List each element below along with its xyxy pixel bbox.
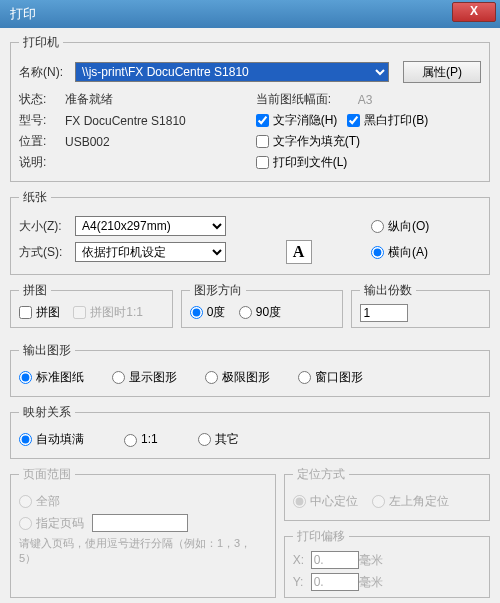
offset-x-unit: 毫米 [359,552,389,569]
orientation-icon: A [286,240,312,264]
where-value: USB002 [65,135,110,149]
tile-group: 拼图 拼图 拼图时1:1 [10,282,173,328]
tile-legend: 拼图 [19,282,51,299]
mapping-legend: 映射关系 [19,404,75,421]
paper-legend: 纸张 [19,189,51,206]
out-win-radio[interactable]: 窗口图形 [298,369,363,386]
range-pages-radio: 指定页码 [19,515,84,532]
out-std-radio[interactable]: 标准图纸 [19,369,84,386]
dir0-radio[interactable]: 0度 [190,305,226,319]
hidetext-checkbox[interactable]: 文字消隐(H) [256,112,338,129]
size-label: 大小(Z): [19,218,75,235]
comment-label: 说明: [19,154,65,171]
portrait-radio[interactable]: 纵向(O) [371,219,429,233]
copies-legend: 输出份数 [360,282,416,299]
printer-legend: 打印机 [19,34,63,51]
offset-y-unit: 毫米 [359,574,389,591]
dir90-radio[interactable]: 90度 [239,305,281,319]
range-all-radio: 全部 [19,493,60,510]
range-pages-input [92,514,188,532]
out-disp-radio[interactable]: 显示图形 [112,369,177,386]
mapping-group: 映射关系 自动填满 1:1 其它 [10,404,490,459]
paper-group: 纸张 大小(Z): A4(210x297mm) 纵向(O) 方式(S): 依据打… [10,189,490,275]
outshape-group: 输出图形 标准图纸 显示图形 极限图形 窗口图形 [10,342,490,397]
offset-legend: 打印偏移 [293,528,349,545]
map-11-radio[interactable]: 1:1 [124,432,158,446]
tile-checkbox[interactable]: 拼图 [19,305,60,319]
paper-size-select[interactable]: A4(210x297mm) [75,216,226,236]
range-group: 页面范围 全部 指定页码 请键入页码，使用逗号进行分隔（例如：1，3，5） [10,466,276,598]
mode-label: 方式(S): [19,244,75,261]
tofile-checkbox[interactable]: 打印到文件(L) [256,154,348,171]
map-auto-radio[interactable]: 自动填满 [19,431,84,448]
locate-group: 定位方式 中心定位 左上角定位 [284,466,490,521]
offset-y-label: Y: [293,575,311,589]
offset-x-input [311,551,359,569]
landscape-radio[interactable]: 横向(A) [371,245,428,259]
outshape-legend: 输出图形 [19,342,75,359]
type-label: 型号: [19,112,65,129]
map-other-radio[interactable]: 其它 [198,431,239,448]
out-limit-radio[interactable]: 极限图形 [205,369,270,386]
locate-legend: 定位方式 [293,466,349,483]
locate-center-radio: 中心定位 [293,493,358,510]
status-label: 状态: [19,91,65,108]
direction-legend: 图形方向 [190,282,246,299]
where-label: 位置: [19,133,65,150]
copies-group: 输出份数 [351,282,490,328]
locate-topleft-radio: 左上角定位 [372,493,449,510]
textfill-checkbox[interactable]: 文字作为填充(T) [256,133,360,150]
close-button[interactable]: X [452,2,496,22]
printer-name-select[interactable]: \\js-print\FX DocuCentre S1810 [75,62,389,82]
type-value: FX DocuCentre S1810 [65,114,186,128]
offset-x-label: X: [293,553,311,567]
offset-y-input [311,573,359,591]
range-hint: 请键入页码，使用逗号进行分隔（例如：1，3，5） [19,536,267,566]
tile11-checkbox: 拼图时1:1 [73,305,143,319]
paperside-value: A3 [358,93,373,107]
name-label: 名称(N): [19,64,75,81]
offset-group: 打印偏移 X: 毫米 Y: 毫米 [284,528,490,598]
paperside-label: 当前图纸幅面: [256,91,348,108]
paper-mode-select[interactable]: 依据打印机设定 [75,242,226,262]
bw-checkbox[interactable]: 黑白打印(B) [347,112,428,129]
copies-input[interactable] [360,304,408,322]
range-legend: 页面范围 [19,466,75,483]
window-title: 打印 [0,0,46,28]
status-value: 准备就绪 [65,91,113,108]
printer-group: 打印机 名称(N): \\js-print\FX DocuCentre S181… [10,34,490,182]
properties-button[interactable]: 属性(P) [403,61,481,83]
direction-group: 图形方向 0度 90度 [181,282,344,328]
